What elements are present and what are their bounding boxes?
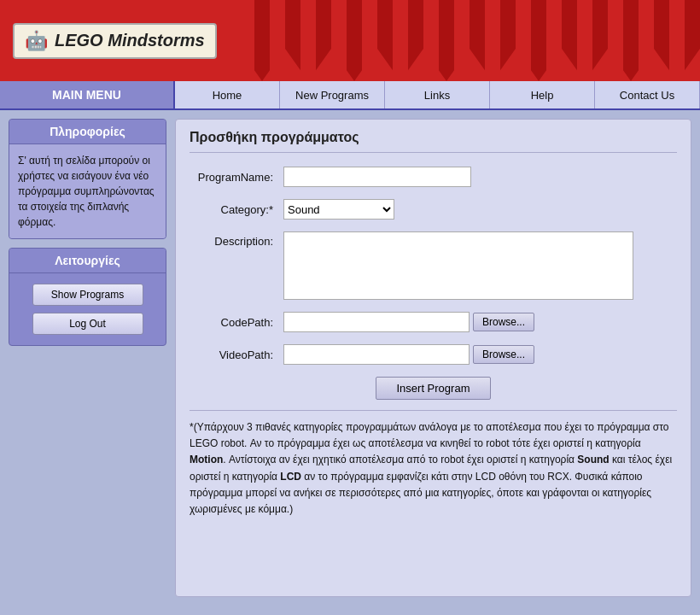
program-name-label: ProgramName:	[190, 171, 283, 184]
sidebar-info-title: Πληροφορίες	[9, 120, 166, 144]
videopath-label: VideoPath:	[190, 348, 283, 361]
description-row: Description:	[190, 231, 677, 300]
log-out-button[interactable]: Log Out	[32, 313, 143, 335]
videopath-file-row: Browse...	[283, 344, 534, 365]
program-name-row: ProgramName:	[190, 167, 677, 187]
program-name-input[interactable]	[283, 167, 471, 187]
sidebar-info-body: Σ' αυτή τη σελίδα μπορούν οι χρήστες να …	[9, 144, 166, 238]
show-programs-button[interactable]: Show Programs	[32, 284, 143, 306]
nav-link-contact-us[interactable]: Contact Us	[595, 81, 700, 108]
sidebar-info-section: Πληροφορίες Σ' αυτή τη σελίδα μπορούν οι…	[9, 119, 166, 239]
category-select[interactable]: Sound Motion LCD	[283, 199, 394, 220]
content-area: Προσθήκη προγράμματος ProgramName: Categ…	[175, 119, 691, 597]
codepath-row: CodePath: Browse...	[190, 312, 677, 332]
nav-link-home[interactable]: Home	[175, 81, 280, 108]
description-label: Description:	[190, 235, 283, 248]
codepath-file-row: Browse...	[283, 312, 534, 332]
description-textarea[interactable]	[283, 231, 633, 300]
header-decoration	[239, 0, 700, 81]
insert-program-button[interactable]: Insert Program	[376, 377, 492, 400]
main-menu-label: MAIN MENU	[0, 81, 175, 108]
page-title: Προσθήκη προγράμματος	[190, 130, 677, 153]
info-text: *(Υπάρχουν 3 πιθανές κατηγορίες προγραμμ…	[190, 410, 677, 518]
sidebar-functions-title: Λειτουργίες	[9, 249, 166, 273]
sidebar-functions-section: Λειτουργίες Show Programs Log Out	[9, 248, 166, 346]
codepath-browse-button[interactable]: Browse...	[473, 313, 534, 331]
nav-link-new-programs[interactable]: New Programs	[280, 81, 385, 108]
logo-text: LEGO Mindstorms	[55, 31, 205, 50]
nav-links: Home New Programs Links Help Contact Us	[175, 81, 700, 108]
videopath-row: VideoPath: Browse...	[190, 344, 677, 365]
sidebar-buttons: Show Programs Log Out	[9, 273, 166, 345]
nav-link-help[interactable]: Help	[490, 81, 595, 108]
codepath-input[interactable]	[283, 312, 470, 332]
category-label: Category:*	[190, 203, 283, 216]
videopath-browse-button[interactable]: Browse...	[473, 345, 534, 364]
insert-btn-row: Insert Program	[190, 377, 677, 400]
header: 🤖 LEGO Mindstorms	[0, 0, 700, 81]
logo: 🤖 LEGO Mindstorms	[13, 23, 217, 59]
navigation: MAIN MENU Home New Programs Links Help C…	[0, 81, 700, 110]
main-layout: Πληροφορίες Σ' αυτή τη σελίδα μπορούν οι…	[0, 110, 700, 606]
sidebar: Πληροφορίες Σ' αυτή τη σελίδα μπορούν οι…	[9, 119, 166, 597]
codepath-label: CodePath:	[190, 316, 283, 329]
nav-link-links[interactable]: Links	[385, 81, 490, 108]
logo-icon: 🤖	[25, 30, 48, 52]
category-row: Category:* Sound Motion LCD	[190, 199, 677, 220]
videopath-input[interactable]	[283, 344, 470, 365]
